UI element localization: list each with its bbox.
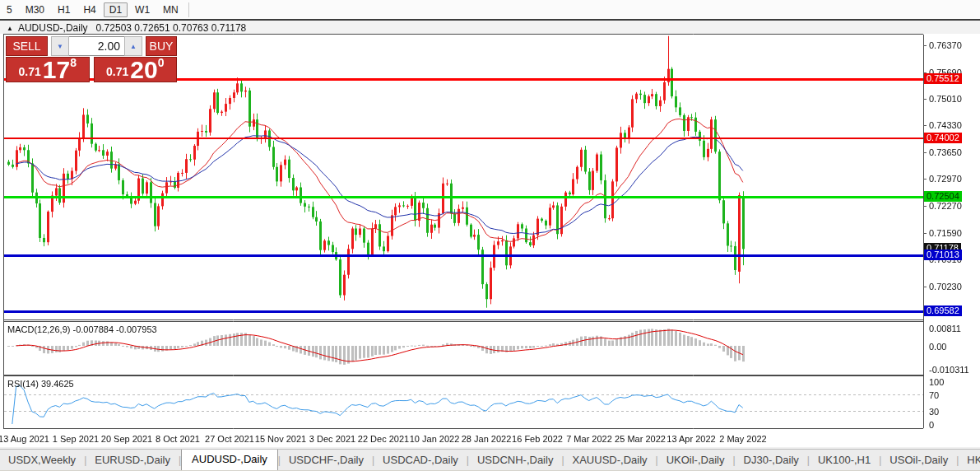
date-axis-label: 13 Aug 2021 [0, 434, 49, 444]
sell-price-sup: 8 [70, 56, 77, 69]
date-axis-label: 25 Mar 2022 [615, 434, 666, 444]
date-axis-label: 27 Oct 2021 [205, 434, 254, 444]
price-axis-marker: 0.74002 [924, 133, 962, 143]
price-axis-tick-mark [923, 287, 927, 287]
timeframe-button-d1[interactable]: D1 [104, 2, 128, 17]
timeframe-button-mn[interactable]: MN [157, 2, 184, 17]
volume-input[interactable]: 2.00 [69, 36, 124, 56]
price-axis-tick-mark [923, 45, 927, 46]
symbol-tab-usoil-daily[interactable]: USOil-,Daily [881, 450, 956, 470]
collapse-triangle-icon[interactable]: ▲ [7, 25, 13, 32]
date-axis-label: 20 Sep 2021 [101, 434, 152, 444]
sell-button[interactable]: SELL [6, 36, 48, 56]
symbol-tab-eurusd-daily[interactable]: EURUSD-,Daily [86, 450, 179, 470]
date-axis-label: 7 Mar 2022 [566, 434, 612, 444]
rsi-axis-label: 70 [929, 390, 939, 400]
price-axis-label: 0.72970 [929, 174, 962, 184]
symbol-tab-usdx-weekly[interactable]: USDX,Weekly [0, 450, 84, 470]
symbol-tab-dj30-daily[interactable]: DJ30-,Daily [736, 450, 807, 470]
timeframe-button-m30[interactable]: M30 [20, 2, 50, 17]
price-axis-marker: 0.75512 [924, 73, 962, 84]
price-axis-label: 0.71590 [929, 228, 962, 238]
rsi-axis-label: 30 [929, 407, 939, 417]
date-axis-label: 2 May 2022 [719, 434, 766, 444]
price-axis-tick-mark [923, 206, 927, 207]
chart-ohlc-values: 0.72503 0.72651 0.70763 0.71178 [96, 22, 247, 34]
price-axis-tick-mark [923, 233, 927, 234]
price-axis-tick-mark [923, 179, 927, 180]
date-axis-label: 8 Oct 2021 [156, 434, 200, 444]
timeframe-button-h4[interactable]: H4 [77, 2, 101, 17]
timeframe-button-w1[interactable]: W1 [129, 2, 156, 17]
sell-price-prefix: 0.71 [19, 65, 41, 78]
timeframe-button-5[interactable]: 5 [1, 2, 18, 17]
price-axis-tick-mark [923, 99, 927, 100]
volume-increase-button[interactable]: ▲ [124, 36, 142, 56]
buy-price-prefix: 0.71 [106, 65, 128, 78]
price-axis-tick-mark [923, 125, 927, 126]
price-axis-marker: 0.72504 [924, 191, 962, 202]
date-axis-label: 10 Jan 2022 [410, 434, 460, 444]
date-axis-label: 28 Jan 2022 [462, 434, 512, 444]
price-axis-label: 0.76370 [929, 40, 962, 50]
sell-price-panel[interactable]: 0.71 17 8 [6, 57, 90, 82]
buy-price-big: 20 [130, 59, 157, 81]
macd-axis-label: -0.010311 [929, 365, 969, 375]
macd-indicator-label: MACD(12,26,9) -0.007884 -0.007953 [7, 324, 157, 334]
price-axis-label: 0.73650 [929, 147, 962, 157]
chart-symbol-title: AUDUSD-,Daily [18, 22, 88, 34]
rsi-axis-label: 0 [929, 420, 934, 430]
symbol-tab-hk50-[interactable]: HK50-, [959, 450, 980, 470]
macd-axis-label: 0.00 [929, 342, 946, 352]
price-axis-marker: 0.69582 [924, 305, 962, 316]
date-axis-label: 22 Dec 2021 [358, 434, 409, 444]
price-axis-marker: 0.71013 [924, 249, 962, 260]
one-click-trading-widget: SELL ▼ 2.00 ▲ BUY 0.71 17 8 0.71 20 0 [6, 36, 177, 82]
price-axis-tick-mark [923, 152, 927, 153]
chart-title-row: ▲ AUDUSD-,Daily 0.72503 0.72651 0.70763 … [0, 22, 980, 34]
date-axis-label: 13 Apr 2022 [666, 434, 715, 444]
date-axis-label: 3 Dec 2021 [309, 434, 355, 444]
buy-price-panel[interactable]: 0.71 20 0 [94, 57, 178, 82]
symbol-tab-xauusd-daily[interactable]: XAUUSD-,Daily [564, 450, 656, 470]
symbol-tab-usdchf-daily[interactable]: USDCHF-,Daily [281, 450, 372, 470]
symbol-tab-usdcnh-daily[interactable]: USDCNH-,Daily [469, 450, 561, 470]
symbol-tab-audusd-daily[interactable]: AUDUSD-,Daily [181, 449, 278, 470]
price-axis-label: 0.74330 [929, 120, 962, 130]
macd-axis-label: 0.00811 [929, 324, 961, 333]
symbol-tab-usdcad-daily[interactable]: USDCAD-,Daily [374, 450, 467, 470]
price-axis-label: 0.72270 [929, 201, 962, 211]
buy-button[interactable]: BUY [146, 36, 177, 56]
date-axis-label: 15 Nov 2021 [255, 434, 306, 444]
timeframe-button-h1[interactable]: H1 [52, 2, 76, 17]
toolbar-separator [188, 2, 189, 17]
rsi-axis-label: 100 [929, 377, 944, 387]
buy-price-sup: 0 [158, 56, 165, 69]
price-axis-label: 0.70230 [929, 282, 962, 291]
symbol-tab-bar: USDX,Weekly|EURUSD-,Daily|AUDUSD-,Daily|… [0, 449, 980, 470]
rsi-indicator-label: RSI(14) 39.4625 [7, 379, 74, 389]
date-axis-label: 16 Feb 2022 [512, 434, 563, 444]
symbol-tab-ukoil-daily[interactable]: UKOil-,Daily [658, 450, 733, 470]
date-axis-label: 1 Sep 2021 [53, 434, 99, 444]
volume-decrease-button[interactable]: ▼ [51, 36, 69, 56]
sell-price-big: 17 [43, 59, 70, 81]
price-axis-label: 0.75010 [929, 94, 962, 104]
timeframe-toolbar: 5M30H1H4D1W1MN [0, 0, 980, 21]
symbol-tab-uk100-h1[interactable]: UK100-,H1 [810, 450, 879, 470]
